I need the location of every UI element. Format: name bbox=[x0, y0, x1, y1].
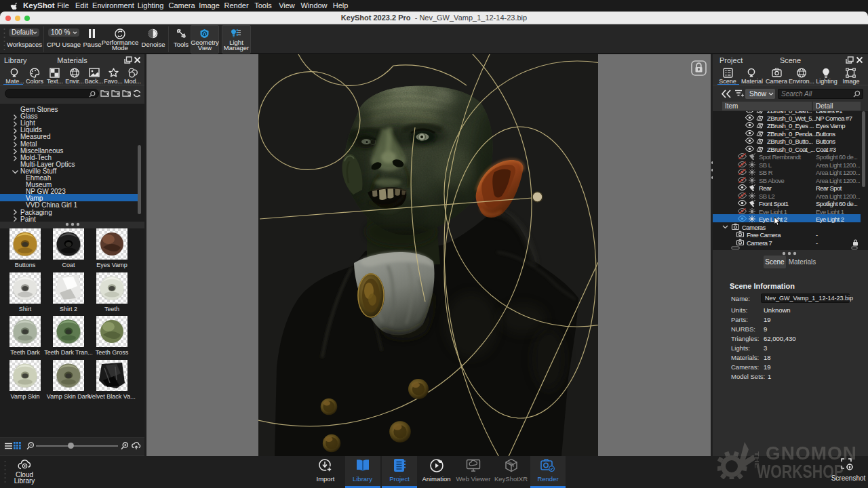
svg-text:WORKSHOP: WORKSHOP bbox=[757, 462, 844, 479]
svg-text:GNOMON: GNOMON bbox=[766, 443, 857, 464]
